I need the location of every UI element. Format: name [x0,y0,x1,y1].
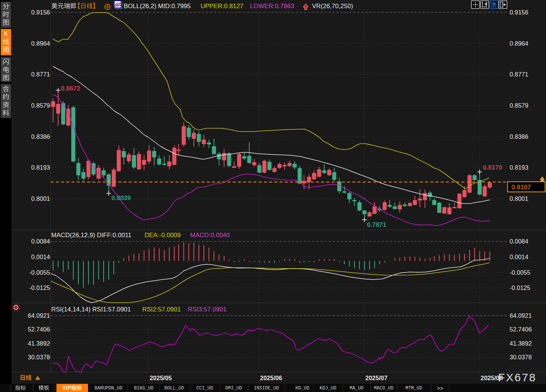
svg-text:MA_UD: MA_UD [350,386,364,391]
svg-text:0.8771: 0.8771 [510,71,528,78]
svg-text:0.0084: 0.0084 [510,238,528,245]
svg-text:>>: >> [437,386,443,392]
svg-text:FX678: FX678 [498,371,536,383]
svg-text:RSI(14,14,14) RSI1:57.0901: RSI(14,14,14) RSI1:57.0901 [51,306,131,313]
svg-text:KD_UD: KD_UD [295,386,309,391]
svg-text:-0.0125: -0.0125 [510,284,530,291]
svg-text:30.0378: 30.0378 [28,354,50,360]
svg-text:RSI3:57.0901: RSI3:57.0901 [188,306,227,313]
svg-text:KDJ_UD: KDJ_UD [319,386,336,391]
svg-text:2025/07: 2025/07 [365,375,388,381]
svg-text:0.8579: 0.8579 [510,102,528,109]
svg-text:2025/06: 2025/06 [260,375,282,381]
svg-text:UPPER:0.8127: UPPER:0.8127 [201,3,243,10]
svg-text:0.8964: 0.8964 [510,40,528,47]
svg-text:0.7871: 0.7871 [367,221,386,228]
svg-text:0.8001: 0.8001 [510,195,528,202]
svg-text:0.8193: 0.8193 [31,164,50,171]
svg-text:DMI_UD: DMI_UD [225,386,242,391]
svg-text:0.8170: 0.8170 [483,164,502,171]
svg-text:52.7406: 52.7406 [510,326,532,333]
svg-text:MTM_UD: MTM_UD [405,386,422,391]
svg-text:-0.0125: -0.0125 [29,284,50,291]
svg-text:64.0921: 64.0921 [510,312,532,319]
svg-text:0.8964: 0.8964 [31,40,50,47]
svg-text:LOWER:0.7863: LOWER:0.7863 [250,3,294,10]
svg-text:0.0084: 0.0084 [31,238,50,245]
svg-text:52.7406: 52.7406 [28,326,50,333]
svg-text:BARUPDN_UD: BARUPDN_UD [94,386,122,391]
svg-text:0.8193: 0.8193 [510,164,528,171]
svg-text:41.3892: 41.3892 [28,340,50,347]
svg-text:0.8107: 0.8107 [511,184,531,191]
svg-text:MACD_UD: MACD_UD [374,386,394,391]
svg-text:0.0014: 0.0014 [31,254,50,260]
svg-text:RSI2:57.0901: RSI2:57.0901 [142,306,181,313]
svg-text:BOLL_UD: BOLL_UD [165,386,184,391]
svg-text:30.0378: 30.0378 [510,354,532,360]
svg-text:INSIDE_UD: INSIDE_UD [254,386,279,391]
svg-text:0.8771: 0.8771 [31,71,50,78]
svg-text:0.0014: 0.0014 [510,254,528,260]
svg-text:64.0921: 64.0921 [28,312,50,319]
svg-text:DEA:-0.0009: DEA:-0.0009 [144,232,181,239]
svg-text:2025/05: 2025/05 [150,375,172,381]
svg-text:CCI_UD: CCI_UD [196,386,213,391]
svg-text:-0.0055: -0.0055 [29,269,50,276]
svg-text:0.9156: 0.9156 [31,9,50,16]
svg-text:BIAS_UD: BIAS_UD [134,386,154,391]
svg-text:-0.0055: -0.0055 [510,269,530,276]
svg-text:VR(26,70,250): VR(26,70,250) [312,3,353,10]
svg-text:0.8039: 0.8039 [111,195,131,202]
svg-text:BOLL(26,2) MID:0.7995: BOLL(26,2) MID:0.7995 [124,3,191,10]
svg-text:0.8386: 0.8386 [510,133,528,140]
svg-text:0.8579: 0.8579 [31,102,50,109]
svg-text:0.9156: 0.9156 [510,9,528,16]
svg-text:0.8001: 0.8001 [31,195,50,202]
svg-text:41.3892: 41.3892 [510,340,532,347]
svg-text:MACD:0.0040: MACD:0.0040 [190,232,230,239]
svg-text:0.8672: 0.8672 [61,85,80,92]
svg-text:MACD(26,12,9) DIFF:0.0011: MACD(26,12,9) DIFF:0.0011 [51,232,131,239]
svg-text:0.8386: 0.8386 [31,133,50,140]
